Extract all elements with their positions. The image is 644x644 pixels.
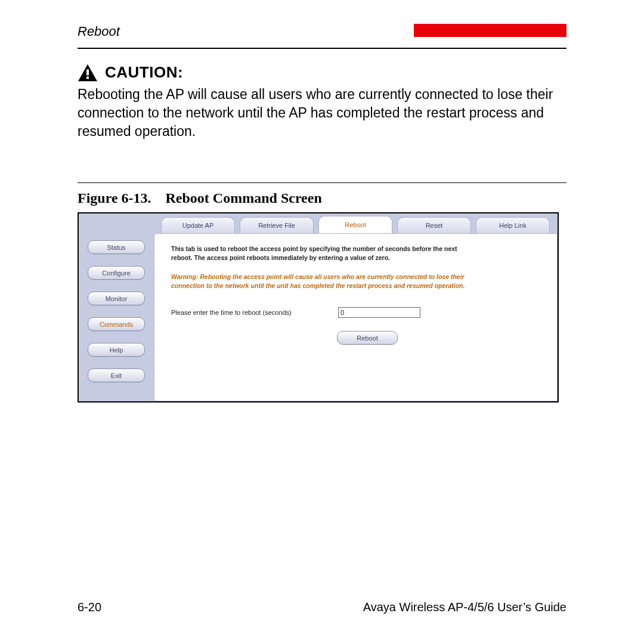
- caution-body: Rebooting the AP will cause all users wh…: [78, 85, 566, 141]
- sidebar-item-exit[interactable]: Exit: [88, 369, 145, 382]
- tab-update-ap[interactable]: Update AP: [161, 217, 235, 233]
- page-footer: 6-20 Avaya Wireless AP-4/5/6 User’s Guid…: [78, 600, 566, 614]
- sidebar-item-help[interactable]: Help: [88, 343, 145, 357]
- reboot-command-screenshot: Status Configure Monitor Commands Help E…: [78, 212, 559, 402]
- document-page: Reboot CAUTION: Rebooting the AP will ca…: [0, 0, 644, 644]
- reboot-panel: This tab is used to reboot the access po…: [154, 233, 558, 401]
- page-header: Reboot: [78, 24, 566, 45]
- reboot-input-row: Please enter the time to reboot (seconds…: [171, 307, 545, 318]
- header-rule: [78, 48, 566, 49]
- figure-rule: [78, 182, 566, 183]
- screenshot-sidebar: Status Configure Monitor Commands Help E…: [79, 213, 154, 401]
- warning-triangle-icon: [78, 64, 98, 82]
- reboot-warning: Warning: Rebooting the access point will…: [171, 273, 475, 290]
- svg-rect-1: [86, 69, 89, 75]
- tab-help-link[interactable]: Help Link: [476, 217, 550, 233]
- document-title: Avaya Wireless AP-4/5/6 User’s Guide: [363, 600, 566, 614]
- reboot-button-row: Reboot: [171, 331, 545, 345]
- caution-label: CAUTION:: [105, 63, 183, 82]
- sidebar-item-monitor[interactable]: Monitor: [88, 292, 145, 305]
- sidebar-item-commands[interactable]: Commands: [88, 317, 145, 331]
- reboot-button[interactable]: Reboot: [337, 331, 398, 345]
- tab-retrieve-file[interactable]: Retrieve File: [240, 217, 314, 233]
- reboot-time-label: Please enter the time to reboot (seconds…: [171, 309, 338, 316]
- caution-heading: CAUTION:: [78, 63, 566, 82]
- screenshot-main: Update AP Retrieve File Reboot Reset Hel…: [154, 213, 558, 401]
- screenshot-tabs: Update AP Retrieve File Reboot Reset Hel…: [154, 213, 558, 233]
- tab-reset[interactable]: Reset: [397, 217, 471, 233]
- reboot-description: This tab is used to reboot the access po…: [171, 244, 475, 262]
- sidebar-item-status[interactable]: Status: [88, 240, 145, 254]
- figure-caption: Figure 6-13. Reboot Command Screen: [78, 190, 566, 206]
- reboot-time-input[interactable]: 0: [338, 307, 420, 318]
- page-number: 6-20: [78, 600, 101, 614]
- svg-rect-2: [86, 76, 89, 79]
- section-title: Reboot: [78, 24, 120, 39]
- header-red-bar: [414, 24, 566, 37]
- sidebar-item-configure[interactable]: Configure: [88, 266, 145, 280]
- tab-reboot[interactable]: Reboot: [318, 216, 392, 233]
